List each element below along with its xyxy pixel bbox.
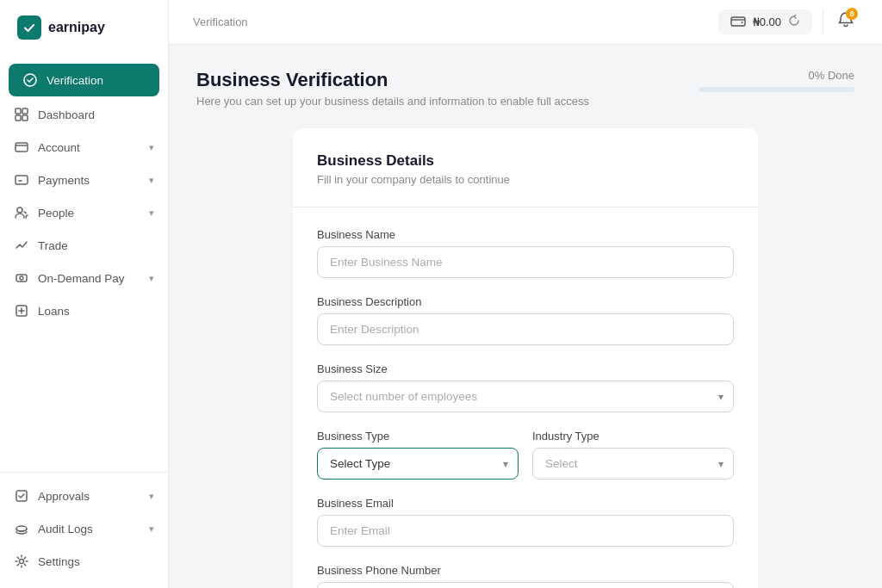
- business-size-group: Business Size Select number of employees…: [317, 362, 734, 412]
- balance-widget: ₦0.00: [718, 9, 812, 34]
- audit-logs-icon: [14, 521, 29, 536]
- svg-rect-5: [22, 115, 28, 121]
- page-title: Business Verification: [196, 69, 589, 91]
- industry-type-group: Industry Type Select Technology Finance …: [532, 430, 734, 480]
- sidebar-item-label: People: [38, 207, 74, 220]
- logo-text: earnipay: [48, 20, 105, 35]
- account-icon: [14, 139, 29, 155]
- on-demand-pay-icon: [14, 270, 29, 286]
- sidebar-item-label: Audit Logs: [38, 523, 93, 535]
- wallet-icon: [730, 15, 746, 29]
- page-subtitle: Here you can set up your business detail…: [196, 95, 589, 108]
- svg-point-16: [741, 22, 742, 23]
- sidebar-item-on-demand-pay[interactable]: On-Demand Pay ▾: [0, 262, 168, 294]
- chevron-down-icon: ▾: [149, 273, 154, 284]
- main-area: Verification ₦0.00: [169, 0, 882, 588]
- type-row: Business Type Select Type Sole Proprieto…: [317, 430, 734, 497]
- industry-type-label: Industry Type: [532, 430, 734, 443]
- business-type-label: Business Type: [317, 430, 519, 443]
- industry-type-select-wrapper: Select Technology Finance Healthcare Ret…: [532, 448, 734, 480]
- verification-icon: [22, 72, 38, 88]
- svg-rect-15: [731, 17, 745, 26]
- logo: earnipay: [0, 0, 168, 55]
- business-type-select-wrapper: Select Type Sole Proprietor Partnership …: [317, 448, 519, 480]
- business-email-group: Business Email: [317, 497, 734, 547]
- sidebar-item-verification[interactable]: Verification: [9, 64, 159, 96]
- business-description-label: Business Description: [317, 295, 734, 308]
- business-type-select[interactable]: Select Type Sole Proprietor Partnership …: [317, 448, 519, 480]
- business-email-label: Business Email: [317, 497, 734, 510]
- card-divider: [293, 207, 758, 207]
- sidebar-item-label: Loans: [38, 305, 70, 318]
- sidebar-item-trade[interactable]: Trade: [0, 229, 168, 262]
- svg-rect-4: [16, 115, 21, 121]
- topbar: Verification ₦0.00: [169, 0, 882, 45]
- logo-icon: [17, 15, 41, 40]
- svg-rect-3: [22, 108, 28, 114]
- chevron-down-icon: ▾: [149, 491, 154, 502]
- trade-icon: [14, 238, 29, 253]
- business-size-select[interactable]: Select number of employees 1-10 11-50 51…: [317, 381, 734, 412]
- svg-point-8: [17, 207, 22, 213]
- loans-icon: [14, 303, 29, 319]
- svg-rect-2: [16, 108, 21, 114]
- industry-type-select[interactable]: Select Technology Finance Healthcare Ret…: [532, 448, 734, 480]
- sidebar-bottom: Approvals ▾ Audit Logs ▾: [0, 472, 168, 588]
- business-name-label: Business Name: [317, 228, 734, 241]
- sidebar-item-label: Account: [38, 141, 80, 154]
- breadcrumb: Verification: [193, 15, 248, 28]
- svg-point-10: [20, 276, 23, 280]
- business-phone-label: Business Phone Number: [317, 564, 734, 577]
- sidebar-item-payments[interactable]: Payments ▾: [0, 164, 168, 196]
- business-type-group: Business Type Select Type Sole Proprieto…: [317, 430, 519, 480]
- chevron-down-icon: ▾: [149, 142, 154, 153]
- sidebar-item-loans[interactable]: Loans: [0, 294, 168, 327]
- business-description-group: Business Description: [317, 295, 734, 345]
- sidebar-item-audit-logs[interactable]: Audit Logs ▾: [0, 512, 168, 545]
- business-phone-group: Business Phone Number: [317, 564, 734, 588]
- topbar-right: ₦0.00 8: [718, 8, 858, 36]
- divider: [823, 9, 823, 35]
- card-subtitle: Fill in your company details to continue: [317, 173, 734, 186]
- business-name-input[interactable]: [317, 246, 734, 278]
- business-name-group: Business Name: [317, 228, 734, 278]
- business-size-label: Business Size: [317, 362, 734, 375]
- approvals-icon: [14, 488, 29, 504]
- sidebar-item-label: Dashboard: [38, 108, 95, 121]
- people-icon: [14, 205, 29, 220]
- sidebar-item-label: Settings: [38, 555, 80, 568]
- dashboard-icon: [14, 107, 29, 122]
- progress-bar-track: [699, 87, 854, 92]
- sidebar-item-label: Trade: [38, 239, 68, 252]
- sidebar-item-account[interactable]: Account ▾: [0, 131, 168, 164]
- svg-rect-0: [22, 20, 37, 35]
- business-email-input[interactable]: [317, 515, 734, 547]
- chevron-down-icon: ▾: [149, 207, 154, 219]
- business-description-input[interactable]: [317, 313, 734, 345]
- payments-icon: [14, 172, 29, 188]
- page-header: Business Verification Here you can set u…: [196, 69, 854, 108]
- svg-rect-9: [16, 275, 27, 282]
- chevron-down-icon: ▾: [149, 523, 154, 535]
- sidebar-item-people[interactable]: People ▾: [0, 196, 168, 229]
- sidebar-item-dashboard[interactable]: Dashboard: [0, 98, 168, 131]
- business-size-select-wrapper: Select number of employees 1-10 11-50 51…: [317, 381, 734, 412]
- refresh-icon[interactable]: [788, 15, 800, 29]
- sidebar-item-approvals[interactable]: Approvals ▾: [0, 480, 168, 512]
- progress-label: 0% Done: [809, 69, 854, 82]
- page-content: Business Verification Here you can set u…: [169, 45, 882, 588]
- svg-rect-6: [16, 143, 28, 152]
- business-phone-input[interactable]: [317, 582, 734, 588]
- sidebar-item-settings[interactable]: Settings: [0, 545, 168, 578]
- progress-area: 0% Done: [699, 69, 854, 92]
- sidebar-item-label: Payments: [38, 174, 90, 187]
- sidebar-navigation: Verification Dashboard Acc: [0, 55, 168, 472]
- sidebar: earnipay Verification Das: [0, 0, 169, 588]
- page-header-text: Business Verification Here you can set u…: [196, 69, 589, 108]
- sidebar-item-label: Approvals: [38, 490, 90, 503]
- notification-badge: 8: [846, 8, 858, 20]
- card-title: Business Details: [317, 152, 734, 170]
- sidebar-item-label: Verification: [47, 74, 103, 87]
- settings-icon: [14, 554, 29, 569]
- notification-button[interactable]: 8: [834, 8, 858, 36]
